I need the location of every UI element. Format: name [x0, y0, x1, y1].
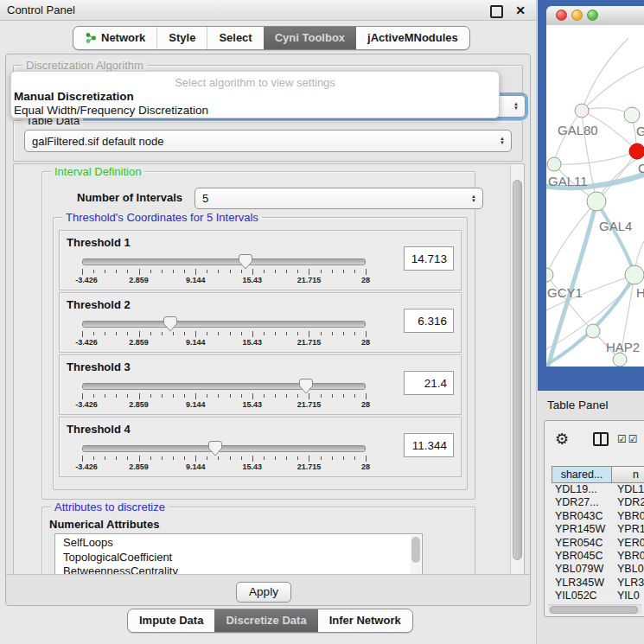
node-label-partial: C [638, 161, 644, 175]
node-hap2[interactable] [586, 324, 600, 338]
list-item[interactable]: SelfLoops [63, 536, 422, 551]
threshold-2-label: Threshold 2 [67, 298, 131, 311]
threshold-2-slider[interactable]: -3.4262.8599.14415.4321.71528 [82, 317, 366, 347]
column-header-shared-name[interactable]: shared... [552, 466, 612, 483]
node-gal11[interactable] [547, 157, 561, 171]
slider-thumb[interactable] [299, 379, 313, 394]
network-graph: GAL80 GAL11 GAL4 GCY1 HAP2 G C H [546, 25, 644, 367]
close-icon[interactable]: ✕ [515, 3, 526, 18]
spinner-icon: ▲ ▼ [513, 102, 519, 111]
list-scrollbar[interactable] [411, 535, 421, 575]
table-data-combobox[interactable]: galFiltered.sif default node ▲ ▼ [24, 130, 512, 152]
node-red-selected[interactable] [629, 143, 644, 159]
node-label-partial: G [636, 124, 644, 138]
tab-infer-network-label: Infer Network [329, 609, 401, 632]
table-row[interactable]: YBR045CYBR0 [552, 550, 644, 563]
numerical-attributes-label: Numerical Attributes [49, 518, 159, 531]
scrollbar-thumb[interactable] [513, 180, 522, 560]
interval-definition-title: Interval Definition [51, 165, 144, 178]
table-horizontal-scrollbar[interactable] [548, 604, 641, 614]
menu-item-equal-width-frequency[interactable]: Equal Width/Frequency Discretization [14, 104, 208, 117]
table-row[interactable]: YPR145WYPR1 [552, 523, 644, 536]
network-window-titlebar[interactable] [546, 6, 644, 26]
slider-thumb[interactable] [208, 441, 222, 456]
slider-ticks [82, 331, 366, 337]
tab-impute-data[interactable]: Impute Data [128, 609, 214, 632]
threshold-1-value-field[interactable]: 14.713 [404, 246, 454, 271]
settings-scrollbar[interactable] [510, 164, 524, 574]
node-gal80[interactable] [575, 104, 589, 118]
menu-item-manual-discretization[interactable]: Manual Discretization [14, 90, 134, 103]
node-top-right[interactable] [624, 107, 640, 123]
node-label: HAP2 [606, 340, 640, 354]
table-row[interactable]: YIL052CYIL0 [552, 590, 644, 603]
tab-jactivemnodules[interactable]: jActiveMNodules [356, 27, 469, 49]
node-bottom[interactable] [613, 353, 627, 367]
slider-track[interactable] [82, 258, 366, 265]
threshold-2-value-field[interactable]: 6.316 [404, 309, 454, 333]
node-label: GAL80 [558, 123, 598, 137]
tab-select[interactable]: Select [207, 27, 263, 49]
apply-button[interactable]: Apply [236, 582, 291, 603]
threshold-3-slider[interactable]: -3.4262.8599.14415.4321.71528 [82, 379, 366, 409]
tab-network[interactable]: Network [73, 27, 156, 49]
slider-track[interactable] [82, 383, 366, 390]
table-row[interactable]: YLR345WYLR3 [552, 577, 644, 590]
table-row[interactable]: YBR043CYBR0 [552, 510, 644, 523]
table-row[interactable]: YER054CYER0 [552, 537, 644, 550]
thresholds-section: Threshold's Coordinates for 5 Intervals … [53, 217, 468, 490]
slider-track[interactable] [82, 321, 366, 328]
tab-select-label: Select [219, 27, 252, 49]
columns-icon[interactable] [593, 432, 609, 446]
column-header-name[interactable]: n [612, 466, 644, 483]
table-panel-title: Table Panel [547, 399, 609, 411]
slider-tick-labels: -3.4262.8599.14415.4321.71528 [82, 400, 366, 409]
tab-cyni-toolbox[interactable]: Cyni Toolbox [264, 27, 356, 49]
tab-style[interactable]: Style [156, 27, 207, 49]
threshold-1-panel: Threshold 1 -3.4262.8599.14415.4321.7152… [59, 230, 462, 290]
threshold-4-value-field[interactable]: 11.344 [404, 433, 454, 457]
slider-tick-labels: -3.4262.8599.14415.4321.71528 [82, 462, 366, 471]
table-row[interactable]: YDR27...YDR2 [552, 496, 644, 509]
threshold-3-value-field[interactable]: 21.4 [404, 371, 454, 395]
number-of-intervals-value: 5 [202, 192, 208, 205]
scrollbar-thumb[interactable] [550, 606, 638, 614]
threshold-1-slider[interactable]: -3.4262.8599.14415.4321.71528 [82, 255, 366, 284]
minimize-traffic-light-icon[interactable] [571, 10, 583, 21]
table-row[interactable]: YDL19...YDL1 [552, 483, 644, 496]
list-item[interactable]: TopologicalCoefficient [63, 551, 422, 565]
threshold-4-slider[interactable]: -3.4262.8599.14415.4321.71528 [82, 442, 366, 471]
numerical-attributes-list[interactable]: SelfLoops TopologicalCoefficient Between… [54, 533, 423, 575]
tab-network-label: Network [101, 27, 145, 49]
threshold-3-label: Threshold 3 [67, 360, 131, 373]
spinner-icon: ▲ ▼ [500, 137, 505, 145]
gear-icon[interactable]: ⚙ [555, 430, 569, 449]
slider-track[interactable] [82, 445, 366, 452]
slider-thumb[interactable] [239, 254, 252, 270]
float-window-icon[interactable] [490, 5, 503, 18]
slider-ticks [82, 456, 366, 462]
tab-infer-network[interactable]: Infer Network [318, 609, 412, 632]
checkbox-icons[interactable]: ☑☑ [617, 433, 640, 445]
algorithm-dropdown-popup: Select algorithm to view settings Manual… [10, 71, 500, 118]
tab-discretize-data[interactable]: Discretize Data [214, 609, 317, 632]
settings-scroll-area: Interval Definition Number of Intervals … [13, 163, 525, 575]
slider-ticks [82, 393, 366, 399]
node-gcy1[interactable] [546, 268, 553, 282]
apply-bar: Apply [6, 574, 530, 605]
interval-definition-section: Interval Definition Number of Intervals … [41, 171, 475, 500]
control-panel-title: Control Panel [7, 3, 75, 16]
slider-thumb[interactable] [163, 316, 177, 332]
network-canvas[interactable]: GAL80 GAL11 GAL4 GCY1 HAP2 G C H [546, 25, 644, 367]
zoom-traffic-light-icon[interactable] [587, 10, 598, 21]
control-panel-tabs: Network Style Select Cyni Toolbox jActiv… [73, 26, 470, 50]
table-row[interactable]: YBL079WYBL0 [552, 563, 644, 576]
spinner-icon: ▲ ▼ [471, 194, 476, 203]
number-of-intervals-combobox[interactable]: 5 ▲ ▼ [194, 188, 483, 209]
table-data-section: Table Data galFiltered.sif default node … [13, 120, 523, 162]
node-table-header: shared... n [552, 466, 644, 483]
slider-tick-labels: -3.4262.8599.14415.4321.71528 [82, 338, 366, 347]
close-traffic-light-icon[interactable] [556, 10, 567, 21]
node-right-h[interactable] [625, 265, 644, 284]
node-gal4[interactable] [587, 192, 606, 211]
